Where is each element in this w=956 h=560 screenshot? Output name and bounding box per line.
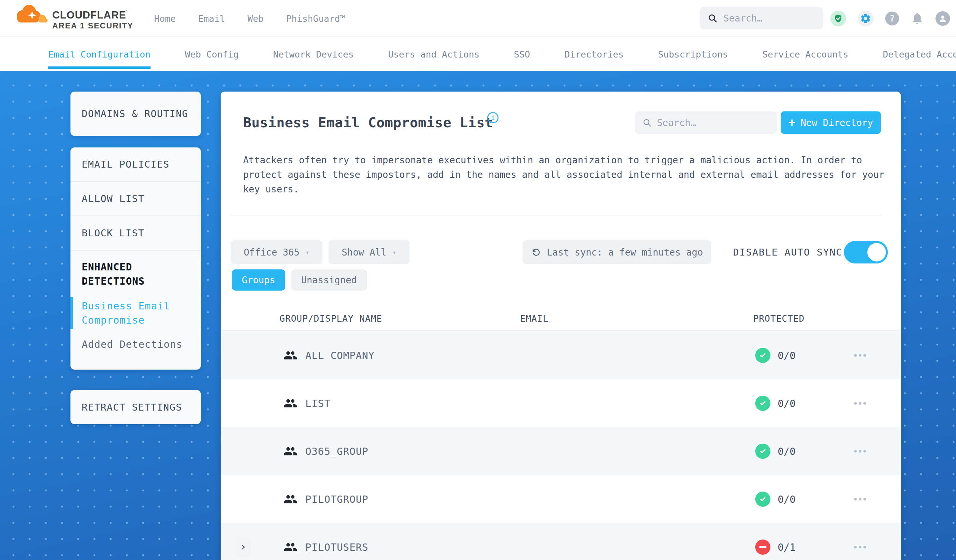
cloudflare-cloud-icon — [13, 3, 49, 25]
group-name: ALL COMPANY — [305, 350, 375, 361]
minus-icon — [759, 546, 766, 548]
table-row: PILOTGROUP 0/0 — [221, 475, 901, 523]
last-sync-label: Last sync: a few minutes ago — [547, 247, 703, 258]
tab-subscriptions[interactable]: Subscriptions — [658, 38, 728, 71]
show-filter-dropdown[interactable]: Show All ▾ — [329, 240, 410, 264]
table-row: LIST 0/0 — [221, 379, 901, 427]
new-directory-button[interactable]: + New Directory — [781, 111, 881, 134]
tab-sso[interactable]: SSO — [514, 38, 530, 71]
nav-email[interactable]: Email — [198, 14, 225, 24]
sidebar-item-enhanced-detections[interactable]: ENHANCED DETECTIONS — [71, 260, 201, 288]
sidebar-item-business-email-compromise[interactable]: Business Email Compromise — [71, 297, 201, 329]
plus-icon: + — [789, 116, 795, 129]
chevron-down-icon: ▾ — [392, 248, 396, 256]
sidebar-card-retract[interactable]: RETRACT SETTINGS — [71, 390, 201, 424]
column-group-display-name: GROUP/DISPLAY NAME — [280, 314, 382, 324]
group-name: O365_GROUP — [305, 445, 368, 457]
header-icons: ? — [830, 0, 950, 37]
refresh-icon — [531, 247, 541, 257]
page-title: Business Email Compromise List — [243, 115, 493, 130]
segment-groups[interactable]: Groups — [232, 270, 285, 290]
row-menu-button[interactable] — [854, 546, 866, 548]
sidebar-item-added-detections[interactable]: Added Detections — [71, 335, 201, 353]
segment-row: Groups Unassigned — [232, 270, 367, 290]
area1-security-app: CLOUDFLARE' AREA 1 SECURITY Home Email W… — [0, 0, 956, 560]
sidebar-item-block-list[interactable]: BLOCK LIST — [71, 215, 201, 250]
protected-count: 0/0 — [778, 350, 796, 361]
auto-sync-toggle[interactable] — [844, 241, 888, 264]
tab-network-devices[interactable]: Network Devices — [273, 38, 354, 71]
new-directory-label: New Directory — [800, 118, 873, 128]
protected-status-icon — [755, 396, 770, 411]
brand-subtitle: AREA 1 SECURITY — [52, 21, 133, 30]
row-menu-button[interactable] — [854, 498, 866, 500]
help-glyph: ? — [890, 14, 895, 24]
protected-status-icon — [755, 348, 770, 363]
cloudflare-logo[interactable]: CLOUDFLARE' AREA 1 SECURITY — [13, 1, 152, 36]
auto-sync-label: DISABLE AUTO SYNC — [733, 240, 843, 264]
nav-home[interactable]: Home — [154, 14, 176, 24]
protected-count: 0/0 — [778, 445, 796, 457]
global-search — [700, 7, 823, 30]
tab-email-configuration[interactable]: Email Configuration — [48, 38, 151, 71]
settings-gear-icon[interactable] — [858, 11, 874, 27]
table-body: ALL COMPANY 0/0 LIST 0/0 O365_GROUP — [221, 331, 901, 560]
info-icon[interactable]: i — [487, 112, 498, 123]
tab-directories[interactable]: Directories — [564, 38, 624, 71]
sidebar-card-domains[interactable]: DOMAINS & ROUTING — [71, 92, 201, 136]
table-header: GROUP/DISPLAY NAME EMAIL PROTECTED — [221, 311, 901, 331]
top-header: CLOUDFLARE' AREA 1 SECURITY Home Email W… — [0, 0, 956, 37]
protected-status-icon — [755, 444, 770, 459]
expand-row-button[interactable] — [236, 537, 251, 557]
group-name: PILOTUSERS — [305, 541, 368, 553]
tab-service-accounts[interactable]: Service Accounts — [763, 38, 849, 71]
primary-nav: Home Email Web PhishGuard™ — [154, 0, 345, 37]
segment-unassigned[interactable]: Unassigned — [291, 270, 367, 290]
tab-web-config[interactable]: Web Config — [185, 38, 239, 71]
group-name: PILOTGROUP — [305, 493, 368, 505]
group-people-icon — [283, 348, 297, 362]
directory-dropdown-value: Office 365 — [244, 247, 300, 258]
search-icon — [708, 13, 717, 23]
last-sync-button[interactable]: Last sync: a few minutes ago — [523, 240, 711, 264]
security-status-icon[interactable] — [830, 11, 846, 27]
show-filter-value: Show All — [342, 247, 386, 258]
page-description: Attackers often try to impersonate execu… — [243, 153, 900, 197]
group-people-icon — [283, 540, 297, 554]
sidebar-item-allow-list[interactable]: ALLOW LIST — [71, 181, 201, 215]
sidebar-card-policies: EMAIL POLICIES ALLOW LIST BLOCK LIST ENH… — [71, 147, 201, 370]
table-row: O365_GROUP 0/0 — [221, 427, 901, 475]
row-menu-button[interactable] — [854, 402, 866, 405]
panel-search — [635, 111, 777, 134]
content-area: DOMAINS & ROUTING EMAIL POLICIES ALLOW L… — [0, 71, 956, 560]
directory-dropdown[interactable]: Office 365 ▾ — [231, 240, 322, 264]
sidebar-item-email-policies[interactable]: EMAIL POLICIES — [71, 147, 201, 181]
brand-name: CLOUDFLARE' — [52, 9, 128, 21]
nav-phishguard[interactable]: PhishGuard™ — [286, 14, 345, 24]
column-email: EMAIL — [520, 314, 549, 324]
row-menu-button[interactable] — [854, 354, 866, 357]
table-row: ALL COMPANY 0/0 — [221, 331, 901, 379]
group-people-icon — [283, 444, 297, 458]
account-avatar-icon[interactable] — [936, 11, 950, 26]
chevron-down-icon: ▾ — [305, 248, 309, 256]
panel-search-input[interactable] — [657, 118, 756, 128]
help-icon[interactable]: ? — [885, 12, 899, 25]
notifications-bell-icon[interactable] — [911, 12, 924, 25]
sidebar-item-retract-settings[interactable]: RETRACT SETTINGS — [71, 402, 193, 413]
tab-delegated-accounts[interactable]: Delegated Accounts — [883, 38, 956, 71]
search-icon — [642, 118, 652, 127]
global-search-input[interactable] — [723, 13, 810, 24]
protected-status-icon — [755, 492, 770, 507]
tab-users-and-actions[interactable]: Users and Actions — [388, 38, 479, 71]
group-people-icon — [283, 396, 297, 410]
row-menu-button[interactable] — [854, 450, 866, 453]
filter-row: Office 365 ▾ Show All ▾ Last sync: a few… — [231, 240, 901, 264]
table-row: PILOTUSERS 0/1 — [221, 523, 901, 560]
bec-panel: Business Email Compromise List i + New D… — [221, 92, 901, 560]
divider — [231, 215, 882, 216]
nav-web[interactable]: Web — [247, 14, 264, 24]
sidebar-item-domains-routing[interactable]: DOMAINS & ROUTING — [71, 108, 200, 119]
group-name: LIST — [305, 397, 330, 409]
section-tabbar: Email Configuration Web Config Network D… — [0, 38, 956, 71]
